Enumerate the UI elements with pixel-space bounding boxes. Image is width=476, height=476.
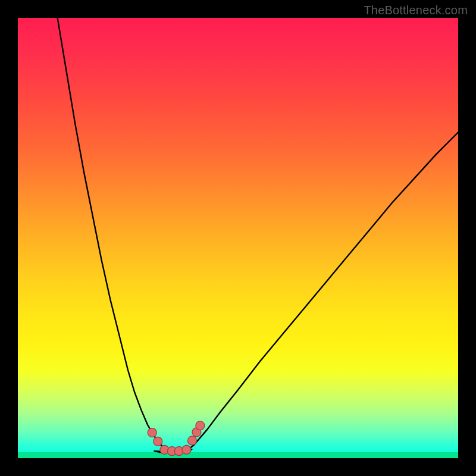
watermark-text: TheBottleneck.com <box>364 4 468 17</box>
data-marker <box>148 428 156 437</box>
data-marker <box>154 437 162 446</box>
curve-layer <box>18 18 458 458</box>
chart-frame: TheBottleneck.com <box>0 0 476 476</box>
data-marker <box>188 436 197 445</box>
plot-area <box>18 18 458 458</box>
data-marker <box>196 421 205 430</box>
bottleneck-curve <box>58 18 458 453</box>
data-marker <box>182 445 191 454</box>
